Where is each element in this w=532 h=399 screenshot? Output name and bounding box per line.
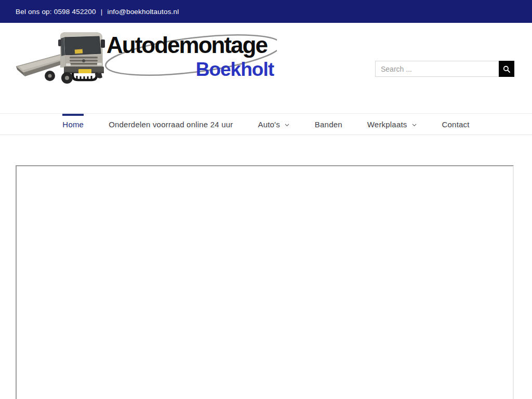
nav-item-home[interactable]: Home — [62, 114, 84, 135]
logo-title: Autodemontage — [107, 32, 267, 58]
tow-truck-image — [15, 26, 108, 84]
logo-text-block: Autodemontage Boekholt — [104, 26, 277, 84]
nav-item-contact[interactable]: Contact — [442, 114, 470, 135]
topbar: Bel ons op: 0598 452200 | info@boekholta… — [0, 0, 532, 23]
header: Autodemontage Boekholt — [0, 23, 532, 113]
topbar-phone-text: Bel ons op: 0598 452200 — [16, 8, 96, 16]
nav-item-werkplaats[interactable]: Werkplaats — [367, 114, 417, 135]
hero-slider-placeholder — [16, 165, 514, 399]
search-input[interactable] — [375, 61, 499, 77]
chevron-down-icon — [411, 122, 417, 128]
license-plate — [78, 69, 91, 73]
search-button[interactable] — [499, 61, 514, 77]
logo-subtitle: Boekholt — [196, 59, 274, 81]
nav-item-banden[interactable]: Banden — [315, 114, 342, 135]
search-box — [375, 61, 514, 77]
chevron-down-icon — [284, 122, 290, 128]
nav-item-werkplaats-label: Werkplaats — [367, 120, 407, 129]
nav-item-onderdelen[interactable]: Onderdelen voorraad online 24 uur — [109, 114, 233, 135]
topbar-email-link[interactable]: info@boekholtautos.nl — [107, 8, 179, 16]
search-icon — [502, 64, 511, 74]
main-nav: Home Onderdelen voorraad online 24 uur A… — [0, 113, 532, 135]
page: Bel ons op: 0598 452200 | info@boekholta… — [0, 0, 532, 399]
nav-item-autos[interactable]: Auto's — [258, 114, 289, 135]
topbar-separator: | — [101, 8, 103, 16]
nav-item-autos-label: Auto's — [258, 120, 280, 129]
logo[interactable]: Autodemontage Boekholt — [15, 26, 277, 84]
